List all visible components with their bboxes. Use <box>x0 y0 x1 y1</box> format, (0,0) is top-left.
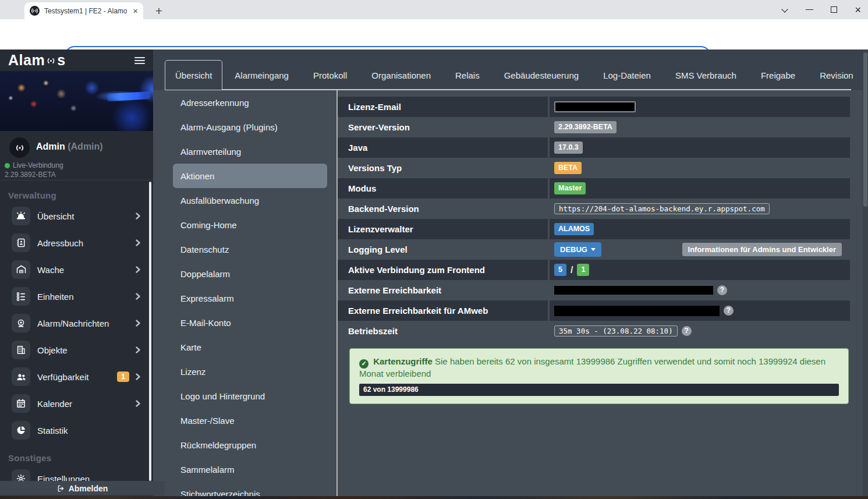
sidebar-item[interactable]: Verfügbarkeit 1 <box>0 363 150 390</box>
subnav-item[interactable]: Sammelalarm <box>173 457 327 482</box>
chevron-right-icon <box>135 239 141 246</box>
subnav-item[interactable]: Master-/Slave <box>173 408 327 433</box>
page-scrollbar[interactable] <box>863 49 868 499</box>
sidebar-item[interactable]: Adressbuch <box>0 229 150 256</box>
sidebar-item[interactable]: Übersicht <box>0 203 150 229</box>
user-avatar-icon <box>9 137 30 158</box>
close-window-button[interactable]: × <box>855 5 861 15</box>
server-version-badge: 2.29.3892-BETA <box>554 121 617 133</box>
subnav-item[interactable]: Expressalarm <box>173 286 327 310</box>
sidebar-item[interactable]: Alarm/Nachrichten <box>0 310 150 337</box>
redacted-license-email <box>554 101 636 112</box>
caret-down-icon <box>591 248 596 251</box>
top-tab[interactable]: Freigabe <box>749 60 807 90</box>
browser-toolbar: ← → ☆ ⋮ <box>0 19 868 49</box>
system-details-table: Lizenz-Email Server-Version 2.29.3892-BE… <box>338 97 850 341</box>
maximize-button[interactable] <box>831 6 837 13</box>
user-role: (Admin) <box>68 141 102 151</box>
top-tabstrip: ÜbersichtAlarmeingangProtokollOrganisati… <box>153 49 868 90</box>
sidebar-hero-image <box>0 71 153 131</box>
browser-tab[interactable]: Testsystem1 | FE2 - Alamos GmbH × <box>24 2 143 19</box>
logout-button[interactable]: Abmelden <box>0 481 165 496</box>
user-block: Admin (Admin) Live-Verbindung 2.29.3892-… <box>0 131 153 181</box>
redacted-external-url <box>554 286 713 295</box>
live-status-dot <box>5 163 10 168</box>
sidebar: Alam s Admin (Admin) Live-Verbindung 2.2… <box>0 49 153 499</box>
sidebar-item[interactable]: Statistik <box>0 417 150 444</box>
check-circle-icon: ✓ <box>359 359 369 369</box>
table-row: Server-Version 2.29.3892-BETA <box>338 117 850 137</box>
subnav-item[interactable]: Logo und Hintergrund <box>173 384 327 408</box>
calendar-icon <box>12 394 30 413</box>
tab-title: Testsystem1 | FE2 - Alamos GmbH <box>44 7 127 15</box>
sidebar-scrollbar[interactable] <box>149 182 151 481</box>
subnav-item[interactable]: Rückmeldegruppen <box>173 433 327 457</box>
sidebar-item[interactable]: Wache <box>0 256 150 283</box>
alamos-favicon-icon <box>30 6 40 16</box>
subnav-item[interactable]: Ausfallüberwachung <box>173 188 327 213</box>
units-list-icon <box>12 287 30 306</box>
hamburger-menu-icon[interactable] <box>134 55 145 66</box>
table-row: Betriebszeit 35m 30s - (23.08.22 08:10) … <box>338 321 850 341</box>
minimize-button[interactable] <box>806 9 813 10</box>
alamos-logo: Alam s <box>8 52 66 69</box>
subnav-item[interactable]: E-Mail-Konto <box>173 310 327 335</box>
alamos-logo-radio-icon <box>45 55 56 66</box>
help-icon[interactable]: ? <box>717 285 727 295</box>
subnav-item[interactable]: Lizenz <box>173 359 327 384</box>
subnav-item[interactable]: Karte <box>173 335 327 359</box>
frontend-connections-secondary-badge: 1 <box>577 264 589 276</box>
settings-subnav: AdresserkennungAlarm-Ausgang (Plugins)Al… <box>153 90 336 499</box>
map-access-alert: ✓ Kartenzugriffe Sie haben bereits 62 vo… <box>349 348 849 404</box>
subnav-item[interactable]: Adresserkennung <box>173 90 327 115</box>
top-tab[interactable]: Alarmeingang <box>222 60 301 90</box>
live-status-label: Live-Verbindung <box>13 161 63 169</box>
new-tab-button[interactable]: + <box>151 3 166 19</box>
top-tab[interactable]: Revision <box>807 60 866 90</box>
table-row: Java 17.0.3 <box>338 137 850 158</box>
address-book-icon <box>12 233 30 252</box>
logging-level-dropdown[interactable]: DEBUG <box>554 242 601 257</box>
version-type-badge: BETA <box>554 162 582 174</box>
table-row: Modus Master <box>338 178 850 199</box>
top-tab[interactable]: SMS Verbrauch <box>663 60 749 90</box>
chevron-right-icon <box>135 266 141 273</box>
chevron-right-icon <box>135 373 141 380</box>
sidebar-item[interactable]: Einheiten <box>0 283 150 310</box>
subnav-item[interactable]: Doppelalarm <box>173 261 327 286</box>
table-row: Backend-Version https://204-dot-alamos-b… <box>338 199 850 219</box>
sidebar-item[interactable]: Kalender <box>0 390 150 417</box>
browser-window: Testsystem1 | FE2 - Alamos GmbH × + × ← … <box>0 0 868 499</box>
user-name: Admin <box>36 141 65 151</box>
mode-badge: Master <box>554 182 586 194</box>
subnav-item[interactable]: Datenschutz <box>173 237 327 261</box>
backend-url: https://204-dot-alamos-backend.ey.r.apps… <box>554 203 770 214</box>
help-icon[interactable]: ? <box>724 306 734 316</box>
subnav-item[interactable]: Aktionen <box>173 164 327 188</box>
table-row: Lizenz-Email <box>338 97 850 117</box>
fire-station-icon <box>12 260 30 279</box>
alarm-message-icon <box>12 314 30 332</box>
top-tab[interactable]: Organisationen <box>359 60 443 90</box>
subnav-item[interactable]: Alarmverteilung <box>173 139 327 164</box>
admin-info-button[interactable]: Informationen für Admins und Entwickler <box>682 243 842 256</box>
top-tab[interactable]: Gebäudesteuerung <box>492 60 591 90</box>
tab-close-icon[interactable]: × <box>133 6 138 16</box>
subnav-item[interactable]: Coming-Home <box>173 213 327 237</box>
table-row: Externe Erreichbarkeit ? <box>338 280 850 300</box>
subnav-item[interactable]: Alarm-Ausgang (Plugins) <box>173 115 327 139</box>
license-manager-badge: ALAMOS <box>554 223 594 235</box>
siren-icon <box>12 207 30 225</box>
sidebar-item[interactable]: Objekte <box>0 337 150 363</box>
browser-titlebar: Testsystem1 | FE2 - Alamos GmbH × + × <box>0 0 868 19</box>
section-header-verwaltung: Verwaltung <box>8 190 150 200</box>
top-tab[interactable]: Relais <box>443 60 492 90</box>
chevron-right-icon <box>135 320 141 327</box>
java-version-badge: 17.0.3 <box>554 141 583 154</box>
tab-search-chevron-icon[interactable] <box>782 5 788 12</box>
top-tab[interactable]: Protokoll <box>301 60 359 90</box>
redacted-amweb-url <box>554 306 720 316</box>
top-tab[interactable]: Log-Dateien <box>591 60 663 90</box>
top-tab[interactable]: Übersicht <box>165 60 222 90</box>
help-icon[interactable]: ? <box>682 326 692 336</box>
